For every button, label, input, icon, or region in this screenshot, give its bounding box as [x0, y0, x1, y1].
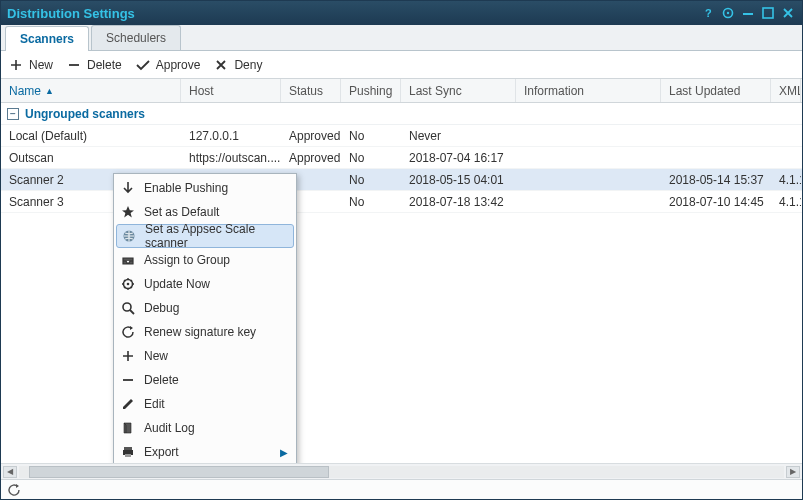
gear-icon [118, 274, 138, 294]
tab-scanners-label: Scanners [20, 32, 74, 46]
delete-button[interactable]: Delete [67, 58, 122, 72]
cell-xml [771, 125, 801, 146]
table-row[interactable]: Outscan https://outscan.... Approved No … [1, 147, 802, 169]
col-host[interactable]: Host [181, 79, 281, 102]
approve-label: Approve [156, 58, 201, 72]
minus-icon [118, 370, 138, 390]
printer-icon [118, 442, 138, 462]
ctx-renew-key[interactable]: Renew signature key [114, 320, 296, 344]
book-icon [118, 418, 138, 438]
deny-button[interactable]: Deny [214, 58, 262, 72]
cell-pushing: No [341, 191, 401, 212]
ctx-export[interactable]: Export ▶ [114, 440, 296, 463]
cell-lastsync: 2018-07-04 16:17 [401, 147, 516, 168]
globe-icon [119, 226, 139, 246]
col-name[interactable]: Name [1, 79, 181, 102]
ctx-edit[interactable]: Edit [114, 392, 296, 416]
refresh-icon[interactable] [7, 483, 21, 497]
ctx-new[interactable]: New [114, 344, 296, 368]
new-button[interactable]: New [9, 58, 53, 72]
col-information[interactable]: Information [516, 79, 661, 102]
ctx-update-now[interactable]: Update Now [114, 272, 296, 296]
cell-lastsync: 2018-05-15 04:01 [401, 169, 516, 190]
cell-xml: 4.1.1 [771, 169, 801, 190]
maximize-icon[interactable] [760, 5, 776, 21]
refresh-icon [118, 322, 138, 342]
collapse-icon[interactable]: − [7, 108, 19, 120]
grid-body: − Ungrouped scanners Local (Default) 127… [1, 103, 802, 463]
cell-pushing: No [341, 125, 401, 146]
cell-status: Approved [281, 125, 341, 146]
tab-bar: Scanners Schedulers [1, 25, 802, 51]
svg-point-7 [127, 283, 130, 286]
cell-info [516, 191, 661, 212]
svg-rect-4 [763, 8, 773, 18]
plus-icon [9, 58, 23, 72]
grid-header: Name Host Status Pushing Last Sync Infor… [1, 79, 802, 103]
titlebar: Distribution Settings ? [1, 1, 802, 25]
ctx-debug[interactable]: Debug [114, 296, 296, 320]
arrow-down-icon [118, 178, 138, 198]
x-icon [214, 58, 228, 72]
scroll-track[interactable] [19, 466, 784, 478]
svg-rect-11 [125, 454, 131, 457]
distribution-settings-window: Distribution Settings ? Scanners Schedul… [0, 0, 803, 500]
ctx-audit-log[interactable]: Audit Log [114, 416, 296, 440]
cell-lastsync: Never [401, 125, 516, 146]
horizontal-scrollbar[interactable]: ◀ ▶ [1, 463, 802, 479]
cell-lastupdated: 2018-07-10 14:45 [661, 191, 771, 212]
col-lastupdated[interactable]: Last Updated [661, 79, 771, 102]
ctx-assign-group[interactable]: Assign to Group [114, 248, 296, 272]
scanners-grid: Name Host Status Pushing Last Sync Infor… [1, 79, 802, 479]
deny-label: Deny [234, 58, 262, 72]
cell-xml: 4.1.1 [771, 191, 801, 212]
table-row[interactable]: Local (Default) 127.0.0.1 Approved No Ne… [1, 125, 802, 147]
context-menu: Enable Pushing Set as Default Set as App… [113, 173, 297, 463]
toolbar: New Delete Approve Deny [1, 51, 802, 79]
svg-point-8 [123, 303, 131, 311]
ctx-set-appsec[interactable]: Set as Appsec Scale scanner [116, 224, 294, 248]
cell-name: Local (Default) [1, 125, 181, 146]
cell-pushing: No [341, 147, 401, 168]
close-icon[interactable] [780, 5, 796, 21]
tray-icon [118, 250, 138, 270]
col-status[interactable]: Status [281, 79, 341, 102]
ctx-enable-pushing[interactable]: Enable Pushing [114, 176, 296, 200]
col-lastsync[interactable]: Last Sync [401, 79, 516, 102]
cell-lastsync: 2018-07-18 13:42 [401, 191, 516, 212]
cell-host: 127.0.0.1 [181, 125, 281, 146]
cell-host: https://outscan.... [181, 147, 281, 168]
scroll-thumb[interactable] [29, 466, 329, 478]
scroll-right-button[interactable]: ▶ [786, 466, 800, 478]
cell-lastupdated: 2018-05-14 15:37 [661, 169, 771, 190]
tab-schedulers-label: Schedulers [106, 31, 166, 45]
minimize-icon[interactable] [740, 5, 756, 21]
ctx-set-default[interactable]: Set as Default [114, 200, 296, 224]
cell-lastupdated [661, 147, 771, 168]
ctx-delete[interactable]: Delete [114, 368, 296, 392]
tab-scanners[interactable]: Scanners [5, 26, 89, 51]
minus-icon [67, 58, 81, 72]
cell-info [516, 125, 661, 146]
svg-rect-3 [743, 13, 753, 15]
cell-status: Approved [281, 147, 341, 168]
approve-button[interactable]: Approve [136, 58, 201, 72]
scroll-left-button[interactable]: ◀ [3, 466, 17, 478]
check-icon [136, 58, 150, 72]
settings-icon[interactable] [720, 5, 736, 21]
col-pushing[interactable]: Pushing [341, 79, 401, 102]
help-icon[interactable]: ? [700, 5, 716, 21]
svg-text:?: ? [705, 7, 712, 19]
tab-schedulers[interactable]: Schedulers [91, 25, 181, 50]
plus-icon [118, 346, 138, 366]
status-bar [1, 479, 802, 499]
cell-pushing: No [341, 169, 401, 190]
cell-info [516, 147, 661, 168]
new-label: New [29, 58, 53, 72]
group-row[interactable]: − Ungrouped scanners [1, 103, 802, 125]
col-xml[interactable]: XML [771, 79, 801, 102]
svg-point-2 [727, 12, 729, 14]
chevron-right-icon: ▶ [280, 447, 288, 458]
delete-label: Delete [87, 58, 122, 72]
cell-info [516, 169, 661, 190]
